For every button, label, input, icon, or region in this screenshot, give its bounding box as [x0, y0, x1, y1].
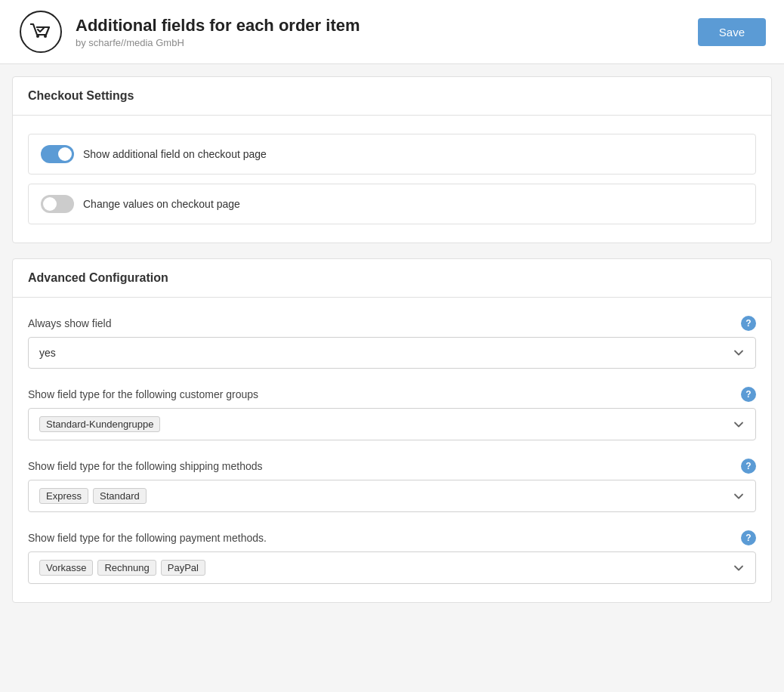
always-show-field-help-icon[interactable]: ?	[741, 316, 756, 331]
payment-methods-label: Show field type for the following paymen…	[28, 532, 267, 544]
toggle-slider-show	[41, 145, 74, 163]
main-content: Checkout Settings Show additional field …	[0, 64, 784, 630]
advanced-configuration-body: Always show field ? yes Show field type …	[13, 298, 771, 602]
shipping-methods-select-left: Express Standard	[39, 488, 733, 504]
toggle-show-additional-field-label: Show additional field on checkout page	[83, 148, 267, 160]
checkout-settings-title: Checkout Settings	[28, 89, 134, 102]
customer-groups-label: Show field type for the following custom…	[28, 388, 258, 400]
toggle-change-values[interactable]	[41, 195, 74, 213]
payment-tag-paypal: PayPal	[161, 560, 205, 576]
advanced-configuration-title: Advanced Configuration	[28, 271, 168, 284]
checkout-settings-card: Checkout Settings Show additional field …	[12, 76, 772, 243]
payment-tag-rechnung: Rechnung	[97, 560, 156, 576]
always-show-field-select-left: yes	[39, 347, 733, 359]
customer-groups-chevron-icon	[733, 419, 745, 431]
app-subtitle: by scharfe//media GmbH	[76, 37, 360, 48]
toggle-slider-change	[41, 195, 74, 213]
payment-methods-help-icon[interactable]: ?	[741, 530, 756, 545]
customer-groups-label-row: Show field type for the following custom…	[28, 387, 756, 402]
payment-methods-chevron-icon	[733, 562, 745, 574]
checkout-settings-header: Checkout Settings	[13, 77, 771, 116]
shipping-methods-field-group: Show field type for the following shippi…	[28, 459, 756, 512]
always-show-field-select[interactable]: yes	[28, 337, 756, 369]
customer-groups-help-icon[interactable]: ?	[741, 387, 756, 402]
toggle-change-values-label: Change values on checkout page	[83, 198, 240, 210]
payment-methods-field-group: Show field type for the following paymen…	[28, 530, 756, 584]
always-show-field-value: yes	[39, 347, 56, 359]
always-show-field-label: Always show field	[28, 317, 112, 329]
payment-methods-label-row: Show field type for the following paymen…	[28, 530, 756, 545]
customer-groups-select-left: Standard-Kundengruppe	[39, 416, 733, 432]
payment-methods-select-left: Vorkasse Rechnung PayPal	[39, 560, 733, 576]
customer-groups-field-group: Show field type for the following custom…	[28, 387, 756, 440]
payment-tag-vorkasse: Vorkasse	[39, 560, 93, 576]
svg-point-1	[36, 35, 39, 38]
header-title-block: Additional fields for each order item by…	[76, 16, 360, 48]
advanced-configuration-header: Advanced Configuration	[13, 259, 771, 298]
advanced-configuration-card: Advanced Configuration Always show field…	[12, 258, 772, 603]
always-show-field-chevron-icon	[733, 347, 745, 359]
shipping-tag-standard: Standard	[93, 488, 147, 504]
shipping-methods-select[interactable]: Express Standard	[28, 480, 756, 512]
shipping-methods-label-row: Show field type for the following shippi…	[28, 459, 756, 474]
app-logo	[18, 9, 63, 54]
payment-methods-select[interactable]: Vorkasse Rechnung PayPal	[28, 551, 756, 584]
shipping-methods-chevron-icon	[733, 490, 745, 502]
app-title: Additional fields for each order item	[76, 16, 360, 36]
shipping-methods-label: Show field type for the following shippi…	[28, 460, 263, 472]
customer-groups-select[interactable]: Standard-Kundengruppe	[28, 408, 756, 440]
customer-group-tag-standard: Standard-Kundengruppe	[39, 416, 160, 432]
toggle-row-show-field: Show additional field on checkout page	[28, 134, 756, 175]
save-button[interactable]: Save	[698, 18, 766, 46]
svg-point-2	[44, 35, 47, 38]
toggle-row-change-values: Change values on checkout page	[28, 184, 756, 224]
checkout-settings-body: Show additional field on checkout page C…	[13, 116, 771, 243]
shipping-methods-help-icon[interactable]: ?	[741, 459, 756, 474]
app-header: Additional fields for each order item by…	[0, 0, 784, 64]
toggle-show-additional-field[interactable]	[41, 145, 74, 163]
shipping-tag-express: Express	[39, 488, 88, 504]
header-left: Additional fields for each order item by…	[18, 9, 360, 54]
always-show-field-group: Always show field ? yes	[28, 316, 756, 369]
always-show-field-label-row: Always show field ?	[28, 316, 756, 331]
